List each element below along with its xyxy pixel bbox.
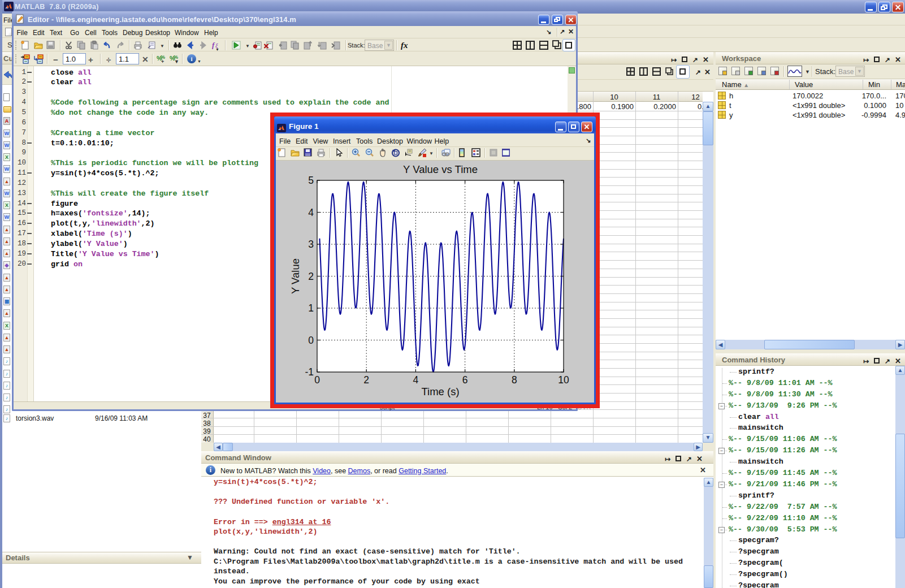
svg-text:Y Value vs Time: Y Value vs Time (403, 163, 478, 175)
svg-text:10: 10 (558, 374, 569, 386)
svg-text:Y Value: Y Value (289, 258, 301, 294)
svg-text:fx: fx (401, 41, 408, 50)
svg-text:+: + (161, 59, 164, 64)
svg-text:Time (s): Time (s) (421, 386, 459, 397)
svg-text:4: 4 (413, 374, 419, 386)
svg-text:-1: -1 (305, 366, 314, 378)
svg-text:1: 1 (308, 302, 314, 314)
svg-text:4: 4 (308, 207, 314, 218)
svg-text:0: 0 (308, 335, 314, 346)
svg-text:8: 8 (512, 374, 517, 386)
svg-text:0: 0 (314, 374, 320, 386)
svg-text:5: 5 (308, 175, 314, 186)
svg-text:6: 6 (462, 374, 468, 386)
svg-text:2: 2 (308, 271, 314, 282)
svg-text:▼: ▼ (174, 59, 179, 64)
svg-text:3: 3 (308, 239, 314, 250)
svg-text:2: 2 (363, 374, 369, 386)
